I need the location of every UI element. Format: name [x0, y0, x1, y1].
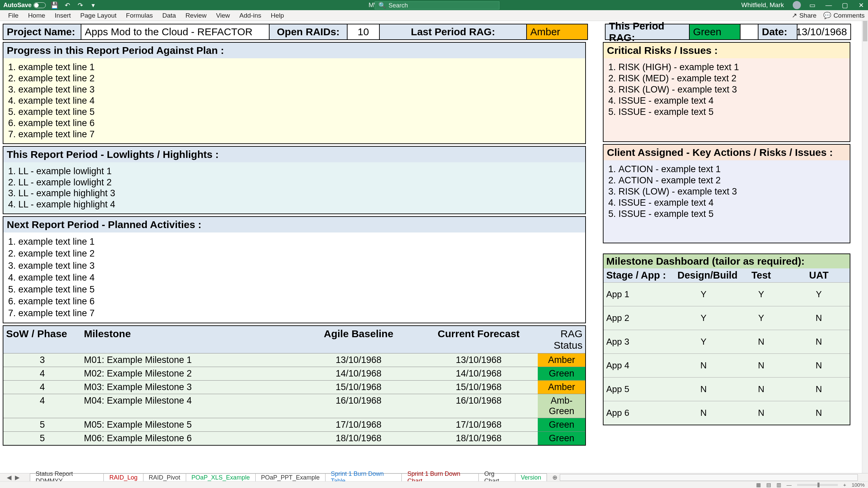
ribbon-tab-home[interactable]: Home [23, 12, 50, 19]
minimize-icon[interactable]: — [824, 2, 833, 8]
zoom-level[interactable]: 100% [852, 482, 865, 488]
sheet-tab-org-chart[interactable]: Org Chart [478, 473, 515, 482]
user-name[interactable]: Whitfield, Mark [741, 1, 784, 9]
client-panel: Client Assigned - Key Actions / Risks / … [603, 144, 850, 243]
project-name-value[interactable]: Apps Mod to the Cloud - REFACTOR [81, 24, 270, 40]
autosave-toggle[interactable]: AutoSave [3, 2, 46, 9]
risk-item: ISSUE - example text 5 [618, 106, 844, 118]
lowhigh-body[interactable]: LL - example lowlight 1LL - example lowl… [3, 162, 585, 214]
worksheet[interactable]: Project Name: Apps Mod to the Cloud - RE… [0, 21, 868, 473]
sheet-tab-sprint-1-burn-down-chart[interactable]: Sprint 1 Burn Down Chart [401, 473, 479, 482]
sheet-tab-raid-pivot[interactable]: RAID_Pivot [143, 473, 186, 482]
dash-val: Y [732, 311, 790, 325]
risks-body[interactable]: RISK (HIGH) - example text 1RISK (MED) -… [604, 58, 850, 141]
horizontal-scrollbar[interactable] [560, 474, 858, 481]
cell-baseline: 14/10/1968 [298, 367, 419, 380]
sheet-tab-raid-log[interactable]: RAID_Log [103, 473, 143, 482]
dash-col-app: Stage / App : [604, 268, 675, 282]
cell-milestone: M05: Example Milestone 5 [81, 418, 297, 431]
view-pagelayout-icon[interactable]: ▤ [766, 482, 771, 488]
ribbon-tab-formulas[interactable]: Formulas [121, 12, 158, 19]
cell-baseline: 18/10/1968 [298, 432, 419, 445]
dash-val: N [675, 406, 732, 420]
sheet-tab-poap-xls-example[interactable]: POaP_XLS_Example [186, 473, 256, 482]
qat-customize-icon[interactable]: ▾ [89, 1, 97, 9]
view-pagebreak-icon[interactable]: ▥ [776, 482, 781, 488]
sheet-tab-version[interactable]: Version [515, 473, 547, 482]
open-raids-value[interactable]: 10 [348, 24, 380, 40]
col-milestone: Milestone [81, 326, 297, 353]
redo-icon[interactable]: ↷ [76, 1, 84, 9]
sheet-tab-poap-ppt-example[interactable]: POaP_PPT_Example [255, 473, 326, 482]
sheet-tab-status-report-ddmmyy[interactable]: Status Report DDMMYY [30, 473, 104, 482]
undo-icon[interactable]: ↶ [63, 1, 72, 9]
progress-panel: Progress in this Report Period Against P… [3, 42, 586, 144]
ribbon-tab-review[interactable]: Review [181, 12, 211, 19]
ribbon-tab-help[interactable]: Help [266, 12, 289, 19]
dashboard-cols: Stage / App : Design/Build Test UAT [604, 268, 850, 282]
milestone-dashboard: Milestone Dashboard (tailor as required)… [603, 253, 850, 425]
cell-milestone: M01: Example Milestone 1 [81, 353, 297, 367]
cell-milestone: M04: Example Milestone 4 [81, 394, 297, 418]
milestone-row[interactable]: 3M01: Example Milestone 113/10/196813/10… [3, 353, 585, 367]
user-avatar-icon[interactable] [793, 1, 801, 9]
progress-item: example text line 6 [18, 118, 580, 129]
this-rag-value[interactable]: Green [690, 24, 741, 40]
dashboard-row[interactable]: App 1YYY [604, 282, 850, 306]
milestone-row[interactable]: 4M02: Example Milestone 214/10/196814/10… [3, 367, 585, 380]
cell-sow: 5 [3, 432, 81, 445]
col-baseline: Agile Baseline [298, 326, 419, 353]
zoom-out-icon[interactable]: — [787, 482, 792, 488]
dash-val: Y [675, 311, 732, 325]
col-sow: SoW / Phase [3, 326, 81, 353]
maximize-icon[interactable]: ▢ [840, 2, 850, 8]
ribbon-tab-page-layout[interactable]: Page Layout [76, 12, 121, 19]
dashboard-row[interactable]: App 2YYN [604, 306, 850, 330]
header-row: Project Name: Apps Mod to the Cloud - RE… [3, 24, 865, 40]
client-body[interactable]: ACTION - example text 1ACTION - example … [604, 160, 850, 243]
ribbon: FileHomeInsertPage LayoutFormulasDataRev… [0, 10, 868, 21]
ribbon-tab-add-ins[interactable]: Add-ins [235, 12, 266, 19]
dashboard-row[interactable]: App 6NNN [604, 401, 850, 425]
milestone-row[interactable]: 4M04: Example Milestone 416/10/196816/10… [3, 394, 585, 418]
ribbon-mode-icon[interactable]: ▭ [808, 2, 817, 8]
date-value[interactable]: 13/10/1968 [797, 24, 851, 40]
planned-panel: Next Report Period - Planned Activities … [3, 216, 586, 323]
dashboard-row[interactable]: App 5NNN [604, 377, 850, 401]
progress-item: example text line 7 [18, 129, 580, 140]
last-rag-value[interactable]: Amber [527, 24, 588, 40]
ribbon-tab-data[interactable]: Data [158, 12, 181, 19]
milestone-row[interactable]: 4M03: Example Milestone 315/10/196815/10… [3, 380, 585, 394]
lowhigh-title: This Report Period - Lowlights / Highlig… [3, 147, 585, 162]
tab-nav-prev-icon[interactable]: ◀ [7, 474, 12, 481]
ribbon-tab-view[interactable]: View [211, 12, 235, 19]
dashboard-row[interactable]: App 3YNN [604, 330, 850, 353]
tab-nav-next-icon[interactable]: ▶ [15, 474, 20, 481]
close-icon[interactable]: ✕ [856, 2, 866, 8]
planned-item: example text line 2 [18, 248, 580, 260]
ribbon-tab-insert[interactable]: Insert [50, 12, 76, 19]
col-rag: RAG Status [538, 326, 585, 353]
zoom-slider[interactable] [797, 484, 838, 486]
ribbon-tab-file[interactable]: File [3, 12, 23, 19]
cell-rag: Green [538, 418, 585, 431]
milestone-row[interactable]: 5M06: Example Milestone 618/10/196818/10… [3, 431, 585, 445]
milestone-row[interactable]: 5M05: Example Milestone 517/10/196817/10… [3, 418, 585, 431]
zoom-in-icon[interactable]: + [843, 482, 846, 488]
vertical-scrollbar[interactable] [862, 21, 868, 473]
cell-sow: 4 [3, 394, 81, 418]
comments-button[interactable]: 💬 Comments [823, 12, 865, 19]
search-box[interactable]: 🔍 Search [375, 1, 499, 9]
add-sheet-button[interactable]: ⊕ [550, 474, 560, 481]
sheet-tab-sprint-1-burn-down-table[interactable]: Sprint 1 Burn Down Table [325, 473, 402, 482]
save-icon[interactable]: 💾 [51, 1, 59, 9]
progress-body[interactable]: example text line 1example text line 2ex… [3, 58, 585, 143]
planned-body[interactable]: example text line 1example text line 2ex… [3, 232, 585, 323]
risks-panel: Critical Risks / Issues : RISK (HIGH) - … [603, 42, 850, 142]
dash-app: App 6 [604, 406, 675, 420]
progress-item: example text line 3 [18, 84, 580, 95]
dash-col-1: Design/Build [675, 268, 732, 282]
dashboard-row[interactable]: App 4NNN [604, 353, 850, 377]
share-button[interactable]: ↗ Share [792, 12, 816, 19]
view-normal-icon[interactable]: ▦ [756, 482, 761, 488]
